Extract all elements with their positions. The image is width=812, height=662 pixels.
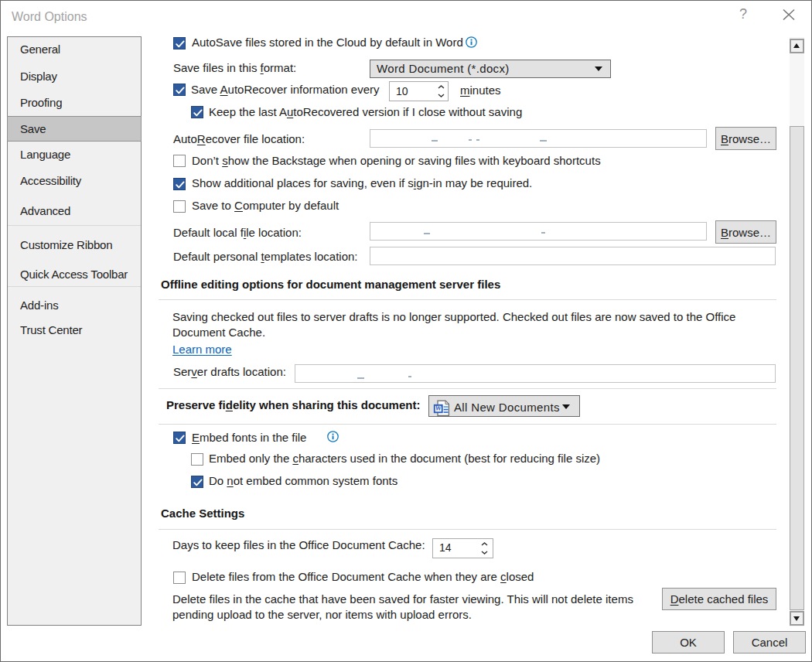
- svg-text:W: W: [435, 404, 442, 412]
